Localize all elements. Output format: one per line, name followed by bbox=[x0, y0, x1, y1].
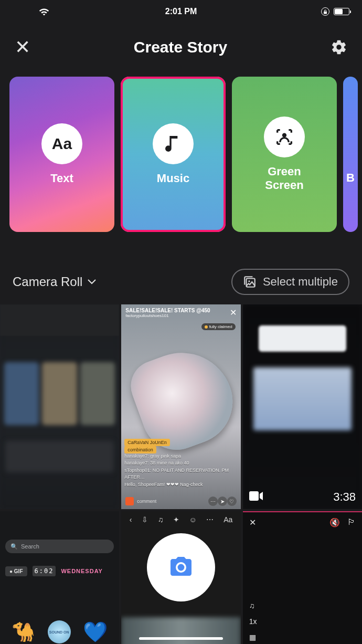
heart-sticker-icon: 💙 bbox=[83, 620, 108, 643]
svg-point-3 bbox=[248, 280, 250, 282]
status-time: 2:01 PM bbox=[76, 7, 286, 16]
svg-rect-2 bbox=[246, 279, 254, 287]
card-boomerang[interactable]: B bbox=[343, 77, 358, 232]
green-screen-icon bbox=[264, 117, 305, 157]
card-text[interactable]: Aa Text bbox=[9, 77, 114, 232]
close-icon: ✕ bbox=[230, 308, 237, 318]
orientation-lock-icon bbox=[321, 7, 329, 16]
card-label: Green Screen bbox=[265, 165, 303, 193]
shutter-button bbox=[147, 533, 215, 601]
card-label: B bbox=[346, 171, 355, 185]
card-label: Text bbox=[50, 172, 73, 185]
download-icon: ⇩ bbox=[142, 515, 148, 524]
card-green-screen[interactable]: Green Screen bbox=[232, 77, 337, 232]
camera-icon bbox=[168, 555, 194, 580]
text-icon: Aa bbox=[41, 123, 82, 164]
music-icon: ♫ bbox=[249, 601, 257, 610]
camera-roll-dropdown[interactable]: Camera Roll bbox=[13, 275, 96, 289]
speed-label: 1x bbox=[249, 617, 257, 626]
chevron-down-icon bbox=[88, 279, 96, 284]
media-thumb[interactable]: SALE!SALE!SALE! STARTS @450 factorypullo… bbox=[121, 304, 240, 509]
media-grid: SALE!SALE!SALE! STARTS @450 factorypullo… bbox=[0, 304, 362, 644]
source-row: Camera Roll Select multiple bbox=[0, 232, 362, 304]
close-icon: ✕ bbox=[249, 518, 256, 527]
media-thumb[interactable]: ✕ 🔇 🏳 ♫ 1x ▦ bbox=[243, 511, 362, 644]
home-indicator bbox=[139, 637, 223, 640]
music-icon: ♫ bbox=[158, 515, 164, 524]
card-music[interactable]: Music bbox=[121, 77, 226, 232]
close-icon[interactable]: ✕ bbox=[15, 38, 30, 57]
status-bar: 2:01 PM bbox=[0, 0, 362, 23]
battery-icon bbox=[334, 8, 349, 15]
volume-off-icon: 🔇 bbox=[329, 518, 340, 527]
layout-icon: ▦ bbox=[249, 633, 257, 641]
video-icon bbox=[249, 491, 263, 503]
media-thumb[interactable] bbox=[0, 304, 119, 509]
header: ✕ Create Story bbox=[0, 23, 362, 67]
back-icon: ‹ bbox=[130, 515, 132, 524]
text-icon: Aa bbox=[223, 515, 232, 524]
sound-on-sticker-icon: SOUND ON bbox=[48, 620, 71, 643]
wifi-icon bbox=[38, 7, 50, 16]
story-type-cards: Aa Text Music Green Screen B bbox=[0, 67, 362, 232]
smiley-icon: ☺ bbox=[189, 515, 197, 524]
flag-icon: 🏳 bbox=[347, 518, 356, 527]
select-multiple-button[interactable]: Select multiple bbox=[231, 269, 349, 295]
video-duration: 3:38 bbox=[333, 490, 356, 504]
media-thumb[interactable]: ‹ ⇩ ♫ ✦ ☺ ⋯ Aa bbox=[121, 511, 240, 644]
select-multiple-label: Select multiple bbox=[263, 275, 338, 289]
svg-text:Aa: Aa bbox=[52, 135, 72, 152]
sparkle-icon: ✦ bbox=[173, 515, 179, 524]
music-icon bbox=[153, 123, 194, 164]
page-title: Create Story bbox=[134, 38, 227, 56]
camel-sticker-icon: 🐪 bbox=[12, 621, 35, 643]
media-thumb[interactable]: 🔍Search ● GIF 6:02 WEDNESDAY 🐪 SOUND ON … bbox=[0, 511, 119, 644]
media-thumb[interactable]: 3:38 bbox=[243, 304, 362, 509]
svg-point-1 bbox=[282, 133, 286, 137]
svg-rect-4 bbox=[249, 491, 259, 501]
settings-icon[interactable] bbox=[331, 39, 347, 56]
more-icon: ⋯ bbox=[206, 515, 214, 524]
card-label: Music bbox=[157, 172, 189, 185]
gallery-icon bbox=[243, 275, 257, 289]
camera-roll-label: Camera Roll bbox=[13, 275, 82, 289]
